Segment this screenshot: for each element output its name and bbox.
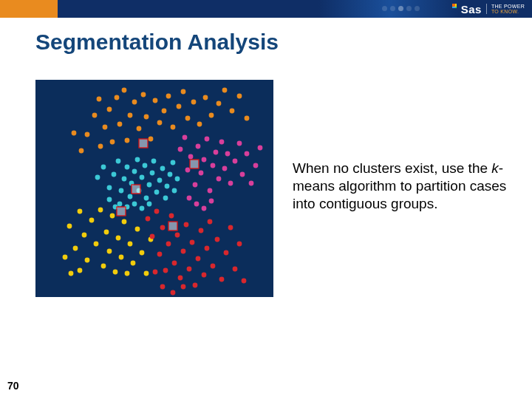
data-point bbox=[103, 125, 108, 130]
data-point bbox=[110, 140, 115, 145]
data-point bbox=[101, 165, 106, 170]
data-point bbox=[117, 202, 123, 207]
data-point bbox=[209, 113, 214, 118]
data-point bbox=[253, 163, 259, 168]
data-point bbox=[183, 135, 188, 140]
data-point bbox=[89, 218, 95, 223]
data-point bbox=[214, 150, 219, 155]
data-point bbox=[101, 264, 106, 269]
data-point bbox=[157, 252, 163, 257]
data-point bbox=[171, 160, 176, 166]
divider-icon bbox=[486, 4, 487, 14]
data-point bbox=[94, 242, 99, 247]
data-point bbox=[116, 236, 121, 241]
data-point bbox=[144, 271, 149, 276]
data-point bbox=[63, 255, 68, 260]
data-point bbox=[194, 202, 200, 207]
data-point bbox=[85, 258, 90, 263]
data-point bbox=[135, 157, 140, 163]
data-point bbox=[181, 249, 186, 254]
globe-icon bbox=[452, 4, 457, 8]
data-point bbox=[181, 284, 186, 290]
data-point bbox=[128, 113, 133, 118]
cluster-plot bbox=[35, 80, 273, 297]
data-point bbox=[160, 284, 166, 290]
data-point bbox=[193, 183, 198, 188]
cluster-seed-icon bbox=[168, 222, 177, 231]
data-point bbox=[190, 240, 195, 245]
data-point bbox=[233, 267, 238, 272]
data-point bbox=[219, 140, 225, 145]
body-text: When no clusters exist, use the k-means … bbox=[293, 160, 514, 212]
data-point bbox=[209, 199, 214, 204]
data-point bbox=[211, 264, 216, 269]
data-point bbox=[140, 175, 145, 180]
data-point bbox=[237, 242, 242, 247]
data-point bbox=[160, 225, 166, 231]
data-point bbox=[117, 122, 123, 127]
data-point bbox=[104, 230, 109, 235]
data-point bbox=[151, 159, 157, 164]
data-point bbox=[203, 95, 208, 100]
data-point bbox=[196, 144, 201, 149]
data-point bbox=[146, 216, 151, 222]
data-point bbox=[125, 165, 130, 170]
data-point bbox=[112, 172, 117, 177]
data-point bbox=[178, 147, 183, 152]
top-banner: Sas THE POWER TO KNOW. bbox=[0, 0, 532, 18]
data-point bbox=[128, 194, 133, 200]
data-point bbox=[228, 181, 233, 186]
data-point bbox=[216, 101, 222, 106]
cluster-seed-icon bbox=[190, 160, 199, 168]
data-point bbox=[224, 250, 229, 256]
data-point bbox=[237, 94, 242, 99]
data-point bbox=[113, 270, 118, 275]
data-point bbox=[165, 184, 170, 189]
data-point bbox=[205, 246, 210, 251]
data-point bbox=[144, 196, 149, 201]
data-point bbox=[169, 214, 174, 219]
data-point bbox=[78, 209, 83, 214]
data-point bbox=[193, 283, 198, 288]
data-point bbox=[211, 163, 216, 168]
data-point bbox=[73, 246, 78, 251]
data-point bbox=[199, 171, 204, 176]
data-point bbox=[98, 208, 103, 213]
logo-tagline: THE POWER TO KNOW. bbox=[491, 4, 525, 14]
data-point bbox=[110, 214, 115, 219]
data-point bbox=[125, 138, 130, 143]
data-point bbox=[107, 107, 112, 112]
data-point bbox=[153, 270, 158, 275]
data-point bbox=[82, 233, 87, 238]
data-point bbox=[202, 206, 207, 211]
data-point bbox=[144, 115, 149, 120]
data-point bbox=[184, 222, 189, 228]
data-point bbox=[175, 177, 180, 182]
data-point bbox=[69, 271, 74, 276]
data-point bbox=[122, 177, 127, 182]
data-point bbox=[230, 109, 235, 114]
data-point bbox=[122, 88, 127, 93]
data-point bbox=[92, 113, 98, 118]
data-point bbox=[245, 151, 250, 157]
data-point bbox=[175, 233, 180, 238]
data-point bbox=[140, 206, 145, 211]
cluster-seed-icon bbox=[139, 139, 148, 148]
data-point bbox=[225, 151, 231, 157]
data-point bbox=[154, 209, 160, 214]
data-point bbox=[172, 188, 177, 194]
data-point bbox=[141, 92, 146, 98]
data-point bbox=[202, 157, 207, 163]
data-point bbox=[78, 268, 83, 273]
data-point bbox=[131, 261, 136, 266]
data-point bbox=[132, 169, 137, 174]
data-point bbox=[228, 225, 233, 231]
data-point bbox=[168, 172, 173, 177]
data-point bbox=[171, 125, 176, 130]
slide: Sas THE POWER TO KNOW. Segmentation Anal… bbox=[0, 0, 532, 399]
data-point bbox=[97, 97, 102, 102]
data-point bbox=[166, 94, 171, 99]
data-point bbox=[163, 196, 168, 201]
data-point bbox=[199, 228, 204, 233]
data-point bbox=[162, 109, 167, 114]
